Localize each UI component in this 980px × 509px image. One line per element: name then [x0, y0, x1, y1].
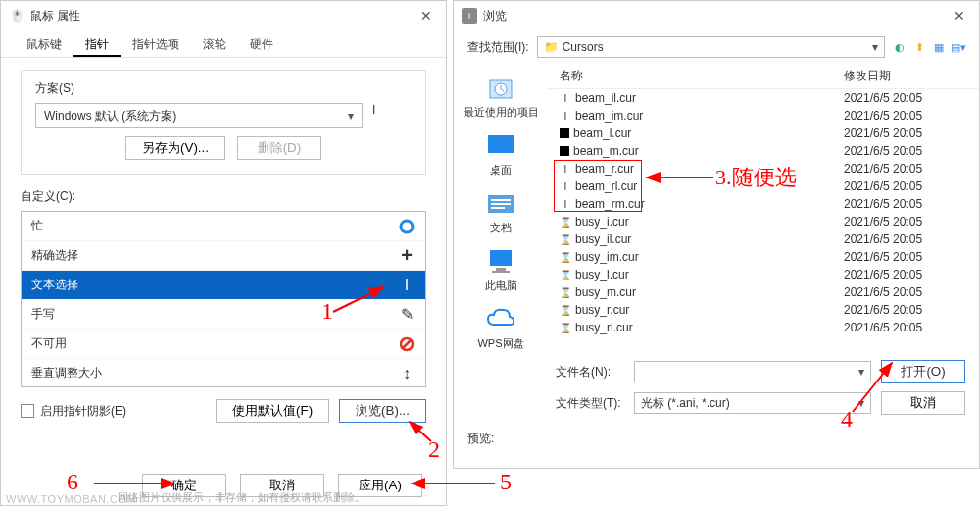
col-name[interactable]: 名称	[560, 68, 844, 84]
filename-label: 文件名(N):	[556, 364, 624, 381]
mouse-icon: 🖱️	[9, 8, 24, 24]
lookup-select[interactable]: 📁Cursors	[537, 36, 885, 58]
scheme-label: 方案(S)	[35, 80, 412, 97]
toolbar-icons: ◐ ⬆ ▦ ▤▾	[893, 40, 965, 54]
svg-rect-10	[490, 250, 512, 266]
place-documents[interactable]: 文档	[483, 183, 518, 237]
tab-content: 方案(S) Windows 默认 (系统方案) I 另存为(V)... 删除(D…	[1, 58, 446, 434]
file-row[interactable]: ⌛busy_l.cur2021/6/5 20:05	[548, 266, 979, 283]
scheme-fieldset: 方案(S) Windows 默认 (系统方案) I 另存为(V)... 删除(D…	[21, 70, 426, 175]
mouse-properties-dialog: 🖱️ 鼠标 属性 ✕ 鼠标键 指针 指针选项 滚轮 硬件 方案(S) Windo…	[0, 0, 447, 506]
browse-dialog: I 浏览 ✕ 查找范围(I): 📁Cursors ◐ ⬆ ▦ ▤▾ 最近使用的项…	[453, 0, 980, 469]
scheme-value: Windows 默认 (系统方案)	[44, 108, 176, 125]
recent-icon	[483, 70, 518, 105]
tab-buttons[interactable]: 鼠标键	[15, 30, 74, 57]
tab-pointer-options[interactable]: 指针选项	[121, 30, 191, 57]
file-footer: 文件名(N): 打开(O) 文件类型(T): 光标 (*.ani, *.cur)…	[454, 350, 979, 425]
vresize-icon: ↕	[398, 365, 416, 382]
file-row[interactable]: ⌛busy_i.cur2021/6/5 20:05	[548, 213, 979, 230]
new-folder-icon[interactable]: ▦	[932, 40, 946, 54]
dialog-title: 鼠标 属性	[30, 8, 415, 25]
place-desktop[interactable]: 桌面	[483, 126, 518, 179]
caption: 网络图片仅供展示，非存储，如有侵权请联系删除。	[118, 490, 366, 505]
open-button[interactable]: 打开(O)	[881, 360, 965, 383]
file-row[interactable]: ⌛busy_r.cur2021/6/5 20:05	[548, 301, 979, 319]
cursor-item-busy[interactable]: 忙	[22, 212, 425, 241]
pen-icon: ✎	[398, 306, 416, 324]
up-icon[interactable]: ⬆	[912, 40, 926, 54]
file-row[interactable]: beam_m.cur2021/6/5 20:05	[548, 142, 979, 160]
customize-label: 自定义(C):	[21, 188, 426, 205]
col-date[interactable]: 修改日期	[844, 68, 967, 84]
svg-rect-5	[488, 135, 514, 153]
busy-icon	[398, 218, 416, 235]
plus-icon: +	[398, 247, 416, 265]
dialog-title: 浏览	[483, 8, 948, 25]
svg-rect-8	[491, 203, 511, 205]
shadow-checkbox[interactable]	[21, 404, 34, 418]
filetype-label: 文件类型(T):	[556, 395, 624, 412]
save-as-button[interactable]: 另存为(V)...	[125, 136, 225, 160]
back-icon[interactable]: ◐	[893, 40, 906, 54]
views-icon[interactable]: ▤▾	[952, 40, 965, 54]
cursor-file-icon: I	[462, 8, 477, 24]
filename-input[interactable]	[634, 361, 871, 382]
lookup-row: 查找范围(I): 📁Cursors ◐ ⬆ ▦ ▤▾	[454, 30, 979, 64]
pc-icon	[483, 243, 518, 279]
close-icon[interactable]: ✕	[948, 6, 971, 25]
annotation-5: 5	[500, 469, 512, 495]
svg-point-0	[401, 221, 413, 232]
titlebar: I 浏览 ✕	[454, 1, 979, 30]
preview-label: 预览:	[454, 425, 979, 453]
shadow-label: 启用指针阴影(E)	[40, 403, 126, 420]
lookup-value: Cursors	[563, 40, 604, 54]
places-bar: 最近使用的项目 桌面 文档 此电脑 WPS网盘	[454, 64, 548, 350]
file-row[interactable]: ⌛busy_m.cur2021/6/5 20:05	[548, 283, 979, 301]
cursor-item-unavailable[interactable]: 不可用	[22, 330, 425, 359]
docs-icon	[483, 185, 518, 221]
scheme-select[interactable]: Windows 默认 (系统方案)	[35, 103, 363, 128]
file-row[interactable]: ⌛busy_rl.cur2021/6/5 20:05	[548, 319, 979, 336]
tab-hardware[interactable]: 硬件	[238, 30, 285, 57]
svg-rect-12	[492, 271, 510, 273]
close-icon[interactable]: ✕	[415, 6, 438, 25]
use-default-button[interactable]: 使用默认值(F)	[216, 399, 329, 423]
place-recent[interactable]: 最近使用的项目	[464, 68, 539, 122]
file-header: 名称 修改日期	[548, 64, 979, 89]
file-list-area: 名称 修改日期 Ibeam_il.cur2021/6/5 20:05Ibeam_…	[548, 64, 979, 350]
cursor-list[interactable]: 忙 精确选择 + 文本选择 I 手写 ✎ 不可用 垂直调整大小 ↕	[21, 211, 426, 387]
delete-button[interactable]: 删除(D)	[237, 136, 321, 160]
desktop-icon	[483, 127, 518, 163]
lookup-label: 查找范围(I):	[467, 39, 529, 56]
file-row[interactable]: Ibeam_il.cur2021/6/5 20:05	[548, 89, 979, 107]
svg-rect-7	[491, 199, 511, 201]
file-row[interactable]: ⌛busy_il.cur2021/6/5 20:05	[548, 230, 979, 248]
ibeam-icon: I	[398, 277, 416, 294]
filetype-select[interactable]: 光标 (*.ani, *.cur)	[634, 392, 871, 414]
cloud-icon	[483, 301, 518, 336]
browse-button[interactable]: 浏览(B)...	[339, 399, 426, 423]
file-rows[interactable]: Ibeam_il.cur2021/6/5 20:05Ibeam_im.cur20…	[548, 89, 979, 350]
selection-box-annotation	[554, 160, 642, 212]
titlebar: 🖱️ 鼠标 属性 ✕	[1, 1, 446, 30]
svg-line-2	[403, 340, 411, 348]
file-row[interactable]: beam_l.cur2021/6/5 20:05	[548, 125, 979, 142]
folder-icon: 📁	[544, 40, 559, 54]
place-this-pc[interactable]: 此电脑	[483, 241, 518, 295]
scheme-preview: I	[372, 103, 412, 128]
tab-wheel[interactable]: 滚轮	[191, 30, 238, 57]
cancel-button-browse[interactable]: 取消	[881, 391, 965, 415]
browse-body: 最近使用的项目 桌面 文档 此电脑 WPS网盘 名称 修改日期	[454, 64, 979, 350]
svg-rect-9	[491, 207, 505, 209]
tab-pointers[interactable]: 指针	[74, 30, 121, 57]
shadow-row: 启用指针阴影(E) 使用默认值(F) 浏览(B)...	[21, 399, 426, 423]
cursor-item-text-select[interactable]: 文本选择 I	[22, 271, 425, 300]
cursor-item-handwriting[interactable]: 手写 ✎	[22, 300, 425, 330]
cursor-item-precision[interactable]: 精确选择 +	[22, 241, 425, 271]
cursor-item-vresize[interactable]: 垂直调整大小 ↕	[22, 359, 425, 387]
place-wps-cloud[interactable]: WPS网盘	[477, 299, 523, 353]
file-row[interactable]: Ibeam_im.cur2021/6/5 20:05	[548, 107, 979, 125]
forbid-icon	[398, 335, 416, 353]
tabs: 鼠标键 指针 指针选项 滚轮 硬件	[1, 30, 446, 58]
file-row[interactable]: ⌛busy_im.cur2021/6/5 20:05	[548, 248, 979, 266]
